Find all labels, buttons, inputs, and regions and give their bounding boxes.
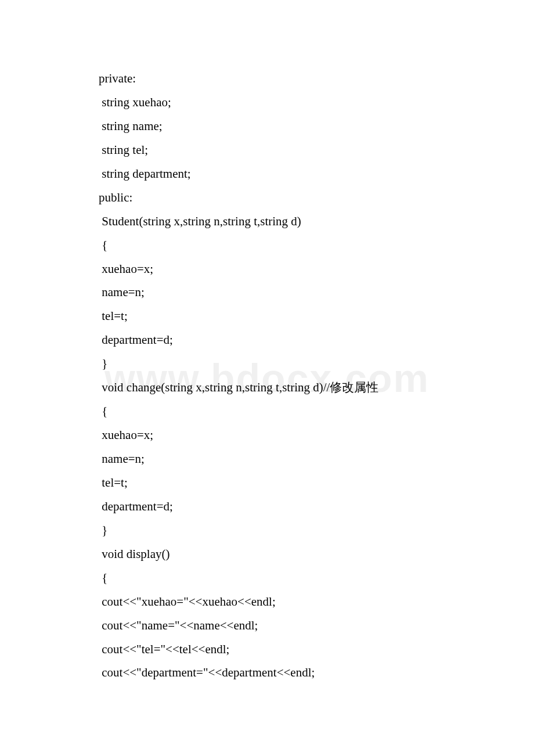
code-line: cout<<"tel="<<tel<<endl; [99, 638, 435, 661]
code-line: tel=t; [99, 471, 435, 495]
code-line: xuehao=x; [99, 257, 435, 281]
code-line: { [99, 233, 435, 257]
code-line: cout<<"name="<<name<<endl; [99, 614, 435, 638]
code-line: cout<<"xuehao="<<xuehao<<endl; [99, 590, 435, 614]
code-line: department=d; [99, 328, 435, 352]
code-line: string tel; [99, 138, 435, 162]
code-line: tel=t; [99, 304, 435, 328]
code-line: void change(string x,string n,string t,s… [99, 376, 435, 399]
code-line: { [99, 566, 435, 590]
code-line: string department; [99, 162, 435, 186]
code-line: string name; [99, 114, 435, 138]
code-line: string xuehao; [99, 91, 435, 114]
code-line: name=n; [99, 447, 435, 471]
code-line: private: [99, 67, 435, 91]
code-line: department=d; [99, 495, 435, 519]
code-content: private: string xuehao; string name; str… [0, 0, 534, 685]
code-line: } [99, 352, 435, 376]
code-line: public: [99, 186, 435, 210]
code-line: } [99, 519, 435, 542]
code-line: { [99, 399, 435, 423]
code-line: Student(string x,string n,string t,strin… [99, 210, 435, 233]
code-line: name=n; [99, 280, 435, 304]
code-line: cout<<"department="<<department<<endl; [99, 661, 435, 685]
code-line: xuehao=x; [99, 423, 435, 447]
code-line: void display() [99, 542, 435, 566]
